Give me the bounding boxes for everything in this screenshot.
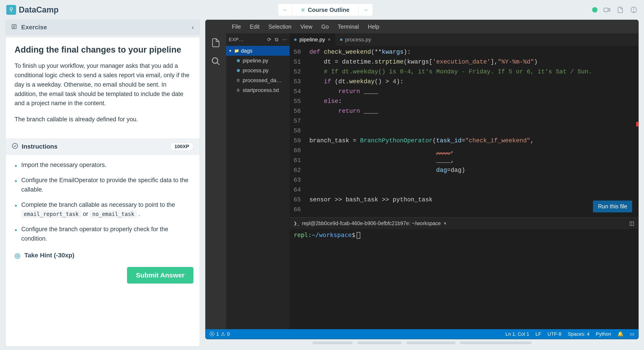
more-icon[interactable]: ⋯ (282, 37, 287, 43)
indent[interactable]: Spaces: 4 (568, 331, 590, 337)
check-icon (12, 143, 18, 151)
exercise-para-2: The branch callable is already defined f… (14, 115, 191, 124)
statusbar: ⓧ1 ⚠0 Ln 1, Col 1 LF UTF-8 Spaces: 4 Pyt… (206, 329, 638, 339)
submit-button[interactable]: Submit Answer (127, 267, 194, 283)
bulb-icon: ◎ (14, 251, 20, 259)
tree-file-pipeline[interactable]: ⬢pipeline.py (226, 56, 290, 66)
top-right (592, 6, 638, 14)
left-panel: Exercise ‹ Adding the final changes to y… (5, 20, 200, 346)
menu-icon: ≡ (301, 7, 304, 14)
file-explorer: EXP… ⟳ ⧉ ⋯ ▾📁dags ⬢pipeline.py ⬢process.… (226, 33, 290, 329)
code-editor[interactable]: 5051525354555657585960616263646566 def c… (290, 46, 638, 217)
progress-segment (357, 341, 402, 344)
warning-count-icon[interactable]: ⚠ (221, 331, 225, 337)
menu-help[interactable]: Help (368, 24, 379, 30)
svg-point-10 (212, 58, 218, 63)
activity-bar (206, 33, 226, 329)
tree-file-start[interactable]: 🗎startprocess.txt (226, 85, 290, 95)
refresh-icon[interactable]: ⟳ (267, 37, 271, 43)
editor-tabs: ⬢pipeline.py× ⬢process.py (290, 33, 638, 46)
close-icon[interactable]: × (444, 220, 446, 226)
list-item: ●Configure the EmailOperator to provide … (14, 176, 191, 194)
progress-segment (312, 341, 353, 344)
instructions-list: ●Import the necessary operators. ●Config… (6, 155, 200, 251)
exercise-header-label: Exercise (21, 24, 47, 31)
svg-point-4 (634, 11, 634, 12)
list-item: ●Complete the branch callable as necessa… (14, 200, 191, 219)
next-button[interactable]: → (358, 4, 373, 16)
search-icon[interactable] (211, 57, 220, 67)
svg-rect-1 (604, 8, 608, 12)
instructions-label: Instructions (22, 143, 58, 150)
video-icon[interactable] (603, 6, 611, 14)
menu-view[interactable]: View (300, 24, 312, 30)
brand-logo (6, 5, 16, 15)
code-token: email_report_task (21, 210, 81, 218)
collapse-all-icon[interactable]: ⧉ (275, 37, 278, 43)
brand-name: DataCamp (19, 5, 58, 15)
layout-toggle-icon[interactable]: ▭ (630, 331, 634, 337)
error-marker (636, 122, 638, 126)
exercise-para-1: To finish up your workflow, your manager… (14, 61, 191, 108)
split-icon[interactable]: ◫ (629, 220, 634, 226)
info-icon[interactable] (630, 6, 638, 14)
topbar: DataCamp ← ≡ Course Outline → (0, 0, 644, 20)
language[interactable]: Python (596, 331, 611, 337)
bell-icon[interactable]: 🔔 (618, 331, 624, 337)
tree-folder-dags[interactable]: ▾📁dags (226, 46, 290, 56)
progress-segment (406, 341, 456, 344)
eol[interactable]: LF (536, 331, 541, 337)
brand: DataCamp (6, 5, 58, 15)
exercise-header: Exercise ‹ (5, 20, 200, 35)
instructions-header: Instructions 100XP (6, 139, 200, 155)
encoding[interactable]: UTF-8 (548, 331, 561, 337)
xp-badge: 100XP (170, 143, 194, 151)
collapse-button[interactable]: ‹ (186, 20, 200, 35)
explorer-label: EXP… (229, 37, 244, 43)
line-gutter: 5051525354555657585960616263646566 (290, 46, 305, 217)
run-button[interactable]: Run this file (593, 200, 632, 212)
pdf-icon[interactable] (616, 6, 624, 14)
terminal-tab[interactable]: ❯_repl@2bb0ce9d-fcab-460e-b906-0efbfc21b… (294, 220, 446, 226)
svg-line-11 (217, 63, 219, 65)
close-icon[interactable]: × (328, 37, 331, 43)
hint-label: Take Hint (-30xp) (24, 252, 74, 259)
svg-point-9 (12, 143, 18, 148)
ide-panel: File Edit Selection View Go Terminal Hel… (205, 20, 639, 346)
menu-go[interactable]: Go (321, 24, 329, 30)
status-indicator (592, 7, 598, 13)
list-item: ●Configure the branch operator to proper… (14, 225, 191, 243)
tab-pipeline[interactable]: ⬢pipeline.py× (290, 33, 336, 46)
progress-bar (205, 341, 639, 346)
progress-segment (460, 341, 532, 344)
exercise-card: Adding the final changes to your pipelin… (5, 37, 200, 346)
hint-button[interactable]: ◎ Take Hint (-30xp) (6, 251, 200, 262)
tree-file-processed[interactable]: 🗎processed_da… (226, 75, 290, 85)
code-content: def check_weekend(**kwargs): dt = dateti… (305, 46, 592, 217)
tree-file-process[interactable]: ⬢process.py (226, 66, 290, 75)
menu-file[interactable]: File (232, 24, 241, 30)
exercise-title: Adding the final changes to your pipelin… (14, 45, 191, 55)
course-outline-button[interactable]: ≡ Course Outline (292, 4, 358, 16)
menu-edit[interactable]: Edit (250, 24, 260, 30)
menu-terminal[interactable]: Terminal (338, 24, 359, 30)
course-outline-label: Course Outline (308, 7, 349, 14)
explorer-icon[interactable] (211, 38, 221, 49)
code-token: no_email_task (90, 210, 137, 218)
cursor (357, 232, 360, 239)
menu-selection[interactable]: Selection (268, 24, 291, 30)
svg-point-0 (10, 8, 12, 10)
exercise-icon (11, 24, 17, 31)
prev-button[interactable]: ← (278, 4, 292, 16)
list-item: ●Import the necessary operators. (14, 160, 191, 170)
menubar: File Edit Selection View Go Terminal Hel… (206, 20, 638, 33)
tab-process[interactable]: ⬢process.py (336, 33, 376, 46)
terminal[interactable]: repl:~/workspace$ (290, 229, 638, 329)
nav-center: ← ≡ Course Outline → (278, 4, 373, 16)
terminal-panel: ❯_repl@2bb0ce9d-fcab-460e-b906-0efbfc21b… (290, 217, 638, 329)
error-count-icon[interactable]: ⓧ (210, 331, 214, 337)
cursor-position[interactable]: Ln 1, Col 1 (505, 331, 529, 337)
